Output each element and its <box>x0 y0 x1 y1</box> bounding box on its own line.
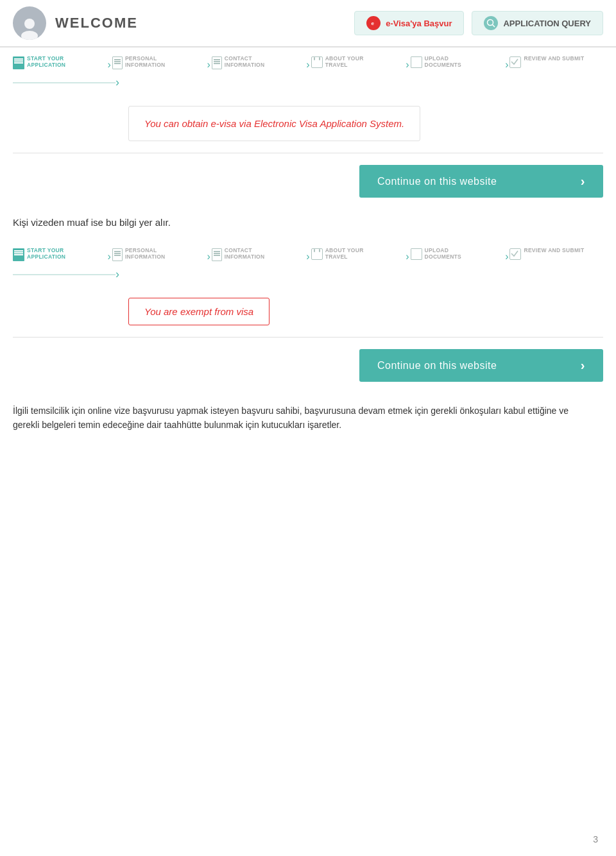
page-title: WELCOME <box>55 15 346 31</box>
wiz2-step-contact: CONTACT INFORMATION <box>212 247 305 261</box>
travel-icon-2 <box>311 248 323 260</box>
arrow2-3: › <box>305 247 311 262</box>
header: WELCOME e e-Visa'ya Başvur APPLICATION Q… <box>0 0 616 47</box>
wiz-step-contact: CONTACT INFORMATION <box>212 55 305 69</box>
svg-point-1 <box>21 31 38 40</box>
wiz2-step-upload: UPLOAD DOCUMENTS <box>411 247 504 260</box>
personal-icon-2 <box>112 248 123 261</box>
chevron-icon-2: › <box>581 358 585 373</box>
wiz-step-review: REVIEW AND SUBMIT <box>509 55 603 68</box>
chevron-icon-1: › <box>581 174 585 189</box>
start-icon <box>13 56 24 69</box>
progress-arrow-1: › <box>116 76 119 89</box>
wiz-step-personal: PERSONAL INFORMATION <box>112 55 206 69</box>
exempt-message-box: You are exempt from visa <box>128 298 270 325</box>
section-exempt: START YOUR APPLICATION › PERSONAL INFORM… <box>13 239 603 388</box>
arrow-5: › <box>504 55 509 71</box>
kisi-exempt-text: Kişi vizeden muaf ise bu bilgi yer alır. <box>13 217 603 228</box>
svg-point-0 <box>24 19 35 29</box>
svg-line-5 <box>493 25 495 28</box>
continue-button-1[interactable]: Continue on this website › <box>359 165 603 198</box>
arrow-1: › <box>107 55 112 71</box>
contact-icon <box>212 56 222 69</box>
personal-icon <box>112 56 123 69</box>
wiz2-step-start: START YOUR APPLICATION <box>13 247 107 261</box>
query-button[interactable]: APPLICATION QUERY <box>472 11 603 35</box>
wiz2-step-review: REVIEW AND SUBMIT <box>509 247 603 260</box>
progress-bar-2: › <box>13 262 603 286</box>
avatar <box>13 6 46 40</box>
upload-icon <box>411 56 422 68</box>
wizard-nav-1: START YOUR APPLICATION › PERSONAL INFORM… <box>13 47 603 71</box>
progress-arrow-2: › <box>116 268 119 281</box>
continue-button-2[interactable]: Continue on this website › <box>359 349 603 382</box>
bottom-description: İlgili temsilcilik için online vize başv… <box>13 404 590 432</box>
wiz-step-upload: UPLOAD DOCUMENTS <box>411 55 504 68</box>
start-icon-2 <box>13 248 24 261</box>
section-evisa: START YOUR APPLICATION › PERSONAL INFORM… <box>13 47 603 204</box>
arrow2-2: › <box>205 247 211 262</box>
divider-1 <box>13 153 603 153</box>
wiz-step-travel: ABOUT YOUR TRAVEL <box>311 55 405 68</box>
arrow2-1: › <box>107 247 112 262</box>
progress-line-1 <box>13 82 116 83</box>
evisa-button[interactable]: e e-Visa'ya Başvur <box>354 11 464 35</box>
travel-icon <box>311 56 323 68</box>
review-icon <box>509 56 521 68</box>
wiz2-step-travel: ABOUT YOUR TRAVEL <box>311 247 405 260</box>
arrow-2: › <box>205 55 211 71</box>
wizard-nav-2: START YOUR APPLICATION › PERSONAL INFORM… <box>13 239 603 262</box>
svg-point-4 <box>488 20 493 26</box>
search-icon <box>484 16 498 30</box>
divider-2 <box>13 337 603 338</box>
page-number: 3 <box>593 834 598 844</box>
evisa-icon: e <box>366 16 381 30</box>
upload-icon-2 <box>411 248 422 260</box>
arrow-4: › <box>404 55 410 71</box>
progress-line-2 <box>13 274 116 275</box>
contact-icon-2 <box>212 248 222 261</box>
progress-bar-1: › <box>13 71 603 94</box>
arrow2-5: › <box>504 247 509 262</box>
wiz-step-start: START YOUR APPLICATION <box>13 55 107 69</box>
arrow-3: › <box>305 55 311 71</box>
main-content: START YOUR APPLICATION › PERSONAL INFORM… <box>0 47 616 458</box>
arrow2-4: › <box>404 247 410 262</box>
wiz2-step-personal: PERSONAL INFORMATION <box>112 247 206 261</box>
svg-text:e: e <box>372 21 375 26</box>
review-icon-2 <box>509 248 521 260</box>
evisa-message-box: You can obtain e-visa via Electronic Vis… <box>128 106 420 141</box>
